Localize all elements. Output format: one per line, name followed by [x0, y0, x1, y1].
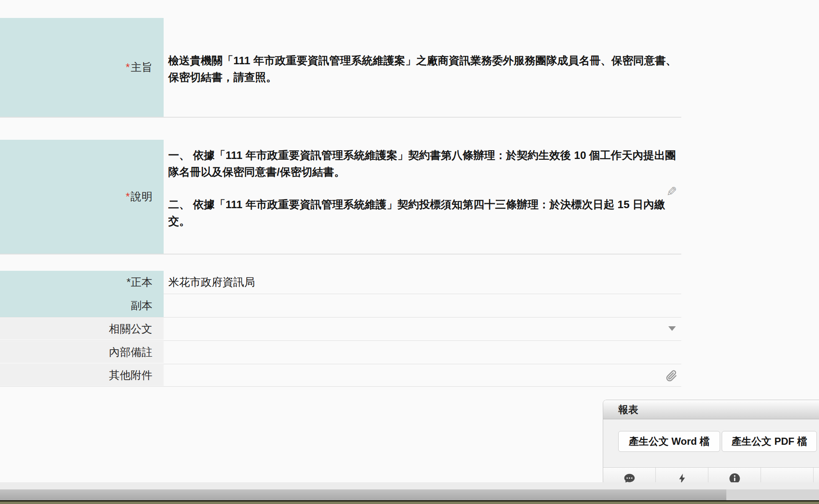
row-divider [0, 254, 681, 255]
related-doc-field[interactable] [164, 318, 681, 340]
description-item-1: 一、 依據「111 年市政重要資訊管理系統維護案」契約書第八條辦理：於契約生效後… [168, 147, 681, 180]
cc-label-cell: 副本 [0, 294, 164, 317]
generate-pdf-button[interactable]: 產生公文 PDF 檔 [722, 431, 817, 452]
description-label: 說明 [131, 189, 152, 204]
taskbar-strip [0, 501, 819, 504]
subject-label: 主旨 [131, 60, 152, 75]
recipient-value: 米花市政府資訊局 [168, 275, 255, 290]
row-divider [0, 317, 681, 318]
subject-label-cell: *主旨 [0, 18, 164, 117]
recipient-field[interactable]: 米花市政府資訊局 [164, 271, 681, 293]
description-label-cell: *說明 [0, 140, 164, 254]
row-divider [0, 340, 681, 341]
pencil-icon[interactable]: ✎ [666, 185, 677, 198]
related-doc-label: 相關公文 [109, 322, 152, 336]
row-divider [0, 364, 681, 364]
internal-note-label-cell: 內部備註 [0, 341, 164, 363]
report-panel-header: 報表 [603, 400, 819, 419]
description-item-2: 二、 依據「111 年市政重要資訊管理系統維護」契約投標須知第四十三條辦理：於決… [168, 196, 681, 229]
attachment-label-cell: 其他附件 [0, 365, 164, 386]
table-bottom-divider [0, 386, 681, 387]
cc-field[interactable] [164, 294, 681, 317]
cc-label: 副本 [131, 298, 152, 313]
horizontal-scrollbar[interactable] [0, 489, 819, 500]
attachment-label: 其他附件 [109, 368, 152, 383]
report-panel-title: 報表 [618, 403, 638, 416]
internal-note-field[interactable] [164, 341, 681, 363]
subject-text: 檢送貴機關「111 年市政重要資訊管理系統維護案」之廠商資訊業務委外服務團隊成員… [168, 54, 677, 83]
required-asterisk: * [126, 190, 130, 203]
scrollbar-thumb[interactable] [0, 489, 726, 500]
description-field[interactable]: 一、 依據「111 年市政重要資訊管理系統維護案」契約書第八條辦理：於契約生效後… [164, 147, 681, 229]
required-asterisk: * [126, 276, 131, 289]
recipient-label-cell: *正本 [0, 271, 164, 293]
subject-field[interactable]: 檢送貴機關「111 年市政重要資訊管理系統維護案」之廠商資訊業務委外服務團隊成員… [164, 52, 681, 86]
paperclip-icon[interactable] [665, 369, 678, 384]
bottom-gutter [0, 482, 819, 489]
required-asterisk: * [126, 61, 130, 74]
attachment-field[interactable] [164, 365, 681, 386]
related-doc-label-cell: 相關公文 [0, 318, 164, 340]
recipient-label: 正本 [131, 275, 152, 290]
row-divider [0, 117, 681, 118]
generate-word-button[interactable]: 產生公文 Word 檔 [618, 431, 720, 452]
report-panel: 報表 產生公文 Word 檔 產生公文 PDF 檔 [603, 400, 819, 490]
chevron-down-icon[interactable] [668, 326, 676, 331]
internal-note-label: 內部備註 [109, 345, 152, 360]
